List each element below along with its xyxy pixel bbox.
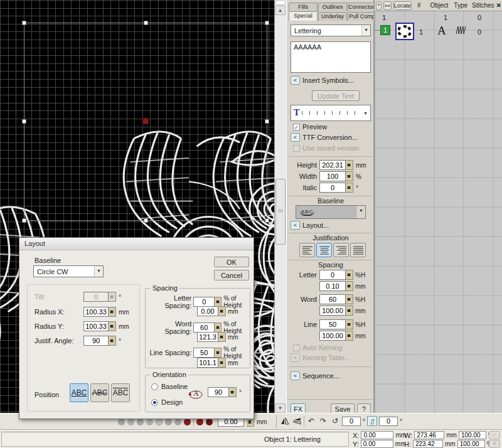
justify-center-button[interactable] bbox=[316, 243, 332, 257]
object-type-select[interactable]: Lettering ▼ bbox=[291, 24, 371, 36]
selection-handle-se[interactable] bbox=[265, 218, 269, 223]
locate-button[interactable]: Locate bbox=[393, 1, 412, 10]
layout-label[interactable]: Layout... bbox=[302, 221, 329, 229]
letter-pct-spinner[interactable] bbox=[346, 270, 353, 280]
color-chip[interactable]: 1 bbox=[380, 25, 390, 35]
rotate-reset-icon[interactable]: ↺ bbox=[330, 416, 340, 426]
tab-connectors[interactable]: Connectors bbox=[348, 3, 376, 11]
object-thumbnail[interactable] bbox=[395, 23, 414, 40]
baseline-select[interactable]: ABC ▼ bbox=[296, 205, 366, 219]
tab-underlay[interactable]: Underlay bbox=[318, 12, 347, 21]
radius-x-spinner[interactable] bbox=[109, 307, 116, 317]
scroll-up-button[interactable]: ▲ bbox=[275, 6, 286, 15]
chevrons-button[interactable]: »« bbox=[383, 1, 392, 10]
selection-handle-sw[interactable] bbox=[22, 218, 26, 223]
dropdown-arrow-icon[interactable]: ▼ bbox=[363, 111, 368, 115]
position-strike-button[interactable]: ABC bbox=[90, 383, 109, 402]
lettering-type-glyph[interactable]: A bbox=[437, 24, 446, 38]
kerning-table-expand-button[interactable]: < bbox=[291, 353, 300, 362]
flip-horizontal-icon[interactable] bbox=[280, 416, 290, 426]
stitch-tool-8-icon[interactable] bbox=[184, 419, 191, 425]
width-spinner[interactable] bbox=[346, 171, 353, 181]
stitch-tool-10-icon[interactable] bbox=[206, 419, 213, 425]
stitch-tool-7-icon[interactable] bbox=[174, 419, 181, 425]
letter-spacing-pct-input[interactable] bbox=[193, 297, 215, 307]
justify-full-button[interactable] bbox=[350, 243, 366, 257]
dlg-baseline-select[interactable]: Circle CW ▼ bbox=[33, 265, 104, 277]
selection-handle-e[interactable] bbox=[265, 119, 269, 124]
design-radio-label[interactable]: Design bbox=[161, 398, 183, 406]
stitch-tool-6-icon[interactable] bbox=[165, 419, 172, 425]
font-select[interactable]: T ▼ bbox=[291, 105, 371, 121]
rotate-ccw-icon[interactable]: ↶ bbox=[306, 416, 316, 426]
dropdown-arrow-icon[interactable]: ▼ bbox=[356, 206, 365, 218]
layout-dialog-titlebar[interactable]: Layout bbox=[19, 238, 254, 250]
use-saved-version-checkbox[interactable] bbox=[293, 145, 300, 152]
y-input[interactable] bbox=[361, 440, 393, 448]
rotation-center-marker[interactable] bbox=[142, 118, 149, 124]
justify-right-button[interactable] bbox=[333, 243, 349, 257]
stitch-tool-4-icon[interactable] bbox=[146, 419, 153, 425]
cancel-transform-button[interactable]: ✕ bbox=[489, 440, 500, 448]
word-pct-spinner[interactable] bbox=[346, 294, 353, 304]
h-input[interactable] bbox=[413, 440, 443, 448]
ttf-conversion-label[interactable]: TTF Conversion... bbox=[302, 134, 358, 141]
word-spacing-pct-input[interactable] bbox=[193, 323, 215, 333]
w-input[interactable] bbox=[414, 431, 444, 439]
selection-handle-ne[interactable] bbox=[265, 21, 269, 25]
stitch-tool-5-icon[interactable] bbox=[156, 419, 163, 425]
height-input[interactable] bbox=[319, 160, 346, 170]
word-mm-input[interactable] bbox=[319, 306, 346, 316]
canvas-vertical-scrollbar[interactable]: ▲ ▼ bbox=[274, 0, 286, 414]
word-spacing-mm-spinner[interactable] bbox=[218, 332, 226, 342]
line-pct-input[interactable] bbox=[319, 319, 346, 329]
height-spinner[interactable] bbox=[346, 160, 353, 170]
selection-handle-nw[interactable] bbox=[22, 21, 26, 25]
x-input[interactable] bbox=[361, 431, 393, 439]
radius-x-input[interactable] bbox=[83, 307, 109, 317]
stitch-tool-2-icon[interactable] bbox=[127, 419, 134, 425]
rotate-angle-input[interactable] bbox=[342, 417, 361, 426]
selection-handle-n[interactable] bbox=[144, 21, 148, 25]
h-pct-input[interactable] bbox=[457, 440, 485, 448]
auto-kerning-checkbox[interactable] bbox=[293, 344, 300, 351]
letter-spacing-pct-spinner[interactable] bbox=[215, 297, 222, 307]
preview-checkbox[interactable]: ✓ bbox=[293, 124, 300, 131]
orientation-angle-spinner[interactable] bbox=[229, 387, 237, 397]
letter-spacing-mm-spinner[interactable] bbox=[218, 306, 226, 316]
line-spacing-mm-spinner[interactable] bbox=[218, 358, 226, 368]
word-pct-input[interactable] bbox=[319, 294, 346, 304]
tilt-spinner[interactable] bbox=[109, 292, 116, 302]
justif-angle-input[interactable] bbox=[83, 336, 109, 346]
line-spacing-mm-input[interactable] bbox=[197, 358, 218, 368]
close-icon[interactable]: ✕ bbox=[496, 2, 501, 9]
tab-special[interactable]: Special bbox=[289, 11, 318, 21]
update-text-button[interactable]: Update Text bbox=[312, 90, 360, 101]
splitter-handle[interactable] bbox=[275, 0, 286, 5]
sequence-expand-button[interactable]: < bbox=[291, 371, 300, 380]
selection-handle-w[interactable] bbox=[22, 119, 26, 124]
lettering-text-input[interactable]: AAAAAA bbox=[291, 41, 371, 73]
design-radio[interactable] bbox=[151, 399, 158, 406]
dropdown-arrow-icon[interactable]: ▼ bbox=[361, 25, 370, 36]
collapse-button[interactable]: ^ bbox=[376, 1, 382, 10]
width-input[interactable] bbox=[319, 171, 346, 181]
w-pct-input[interactable] bbox=[459, 431, 486, 439]
tab-pull-comp[interactable]: Pull Comp bbox=[348, 12, 376, 21]
stitch-tool-9-icon[interactable] bbox=[196, 419, 203, 425]
insert-symbols-label[interactable]: Insert Symbols... bbox=[302, 77, 354, 84]
position-overline-button[interactable]: ABC bbox=[111, 383, 130, 402]
tilt-input[interactable] bbox=[83, 292, 109, 302]
justif-angle-spinner[interactable] bbox=[109, 336, 116, 346]
rotate-cw-icon[interactable]: ↷ bbox=[318, 416, 328, 426]
orientation-angle-input[interactable] bbox=[208, 387, 229, 397]
italic-spinner[interactable] bbox=[346, 183, 353, 193]
flip-vertical-icon[interactable] bbox=[292, 416, 302, 426]
baseline-radio[interactable] bbox=[151, 383, 158, 390]
scrollbar-thumb[interactable] bbox=[275, 179, 286, 245]
italic-input[interactable] bbox=[319, 183, 346, 193]
justify-left-button[interactable] bbox=[299, 243, 315, 257]
line-spacing-pct-input[interactable] bbox=[193, 348, 215, 358]
cancel-button[interactable]: Cancel bbox=[214, 270, 249, 280]
word-spacing-mm-input[interactable] bbox=[197, 332, 218, 342]
